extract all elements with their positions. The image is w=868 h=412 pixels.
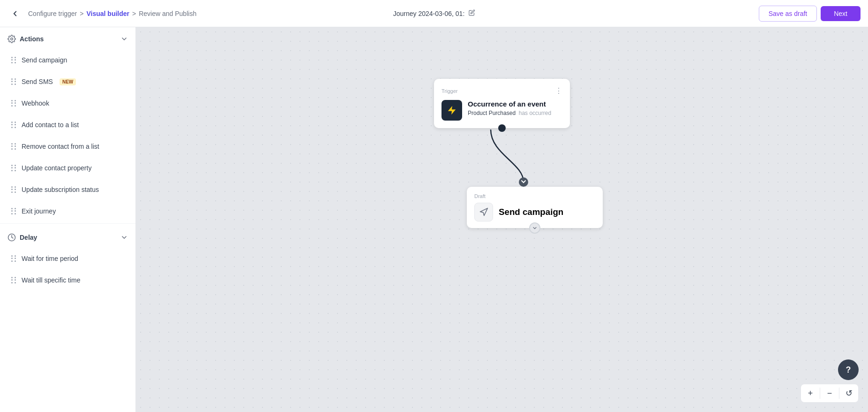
canvas-controls: ? + − ↺	[801, 359, 859, 403]
trigger-title: Occurrence of an event	[468, 100, 551, 108]
sidebar-item-exit-journey[interactable]: Exit journey	[4, 201, 132, 221]
clock-icon	[7, 233, 16, 242]
drag-handle	[11, 165, 17, 171]
trigger-icon-box	[441, 100, 462, 121]
drag-handle	[11, 255, 17, 262]
actions-collapse-icon	[120, 35, 128, 43]
save-draft-button[interactable]: Save as draft	[759, 6, 817, 22]
connector-path	[491, 130, 524, 182]
drag-handle	[11, 186, 17, 193]
edit-title-icon[interactable]	[468, 9, 475, 17]
webhook-label: Webhook	[22, 99, 49, 107]
drag-handle	[11, 208, 17, 214]
send-campaign-label: Send campaign	[22, 56, 67, 64]
zoom-controls: + − ↺	[801, 384, 859, 403]
svg-marker-2	[448, 106, 456, 114]
main-layout: Actions Send campaign Send SMS NEW	[0, 27, 868, 412]
action-bottom-chevron[interactable]	[529, 222, 540, 234]
megaphone-icon	[479, 207, 488, 217]
sidebar-item-webhook[interactable]: Webhook	[4, 93, 132, 114]
sidebar-item-send-sms[interactable]: Send SMS NEW	[4, 71, 132, 92]
send-sms-label: Send SMS	[22, 78, 53, 85]
sidebar-item-update-property[interactable]: Update contact property	[4, 158, 132, 178]
actions-section-title: Actions	[20, 35, 44, 43]
drag-handle	[11, 277, 17, 283]
breadcrumb-separator-1: >	[80, 10, 83, 17]
drag-handle	[11, 143, 17, 150]
action-icon-box	[474, 203, 493, 221]
breadcrumb: Configure trigger > Visual builder > Rev…	[28, 10, 196, 17]
actions-section-header[interactable]: Actions	[0, 27, 135, 49]
drag-handle	[11, 57, 17, 63]
sidebar-item-wait-time-period[interactable]: Wait for time period	[4, 248, 132, 269]
lightning-icon	[447, 105, 457, 115]
sidebar-item-add-contact[interactable]: Add contact to a list	[4, 114, 132, 135]
wait-specific-time-label: Wait till specific time	[22, 276, 81, 284]
back-button[interactable]	[7, 6, 22, 21]
zoom-reset-button[interactable]: ↺	[839, 384, 858, 402]
update-subscription-label: Update subscription status	[22, 186, 99, 193]
drag-handle	[11, 122, 17, 128]
exit-journey-label: Exit journey	[22, 207, 56, 215]
sidebar-item-wait-specific-time[interactable]: Wait till specific time	[4, 270, 132, 290]
action-node-label: Draft	[474, 193, 595, 199]
zoom-out-button[interactable]: −	[820, 384, 839, 402]
drag-handle	[11, 100, 17, 107]
delay-section-title: Delay	[20, 234, 37, 241]
svg-point-0	[11, 38, 13, 40]
journey-title: Journey 2024-03-06, 01:	[393, 9, 475, 17]
sidebar-item-remove-contact[interactable]: Remove contact from a list	[4, 136, 132, 157]
add-contact-label: Add contact to a list	[22, 121, 79, 129]
topbar: Configure trigger > Visual builder > Rev…	[0, 0, 868, 27]
breadcrumb-visual-builder[interactable]: Visual builder	[86, 10, 129, 17]
sidebar-item-send-campaign[interactable]: Send campaign	[4, 50, 132, 70]
wait-time-period-label: Wait for time period	[22, 255, 78, 262]
new-badge: NEW	[60, 78, 76, 85]
trigger-description: Product Purchased has occurred	[468, 110, 551, 116]
trigger-menu-icon[interactable]: ⋮	[555, 86, 562, 95]
action-title: Send campaign	[499, 207, 563, 217]
breadcrumb-separator-2: >	[132, 10, 136, 17]
zoom-in-button[interactable]: +	[801, 384, 820, 402]
trigger-bottom-connector	[498, 124, 506, 132]
remove-contact-label: Remove contact from a list	[22, 143, 99, 150]
connector-end-circle	[519, 177, 528, 187]
topbar-actions: Save as draft Next	[759, 6, 861, 22]
connector-arrow	[522, 181, 525, 183]
next-button[interactable]: Next	[821, 6, 861, 21]
action-node[interactable]: Draft Send campaign	[467, 187, 603, 228]
sidebar-item-update-subscription[interactable]: Update subscription status	[4, 179, 132, 200]
delay-collapse-icon	[120, 234, 128, 241]
help-button[interactable]: ?	[838, 359, 859, 380]
delay-section-header[interactable]: Delay	[0, 226, 135, 247]
sidebar: Actions Send campaign Send SMS NEW	[0, 27, 136, 412]
sidebar-divider	[0, 223, 135, 224]
breadcrumb-review-publish[interactable]: Review and Publish	[139, 10, 196, 17]
trigger-label: Trigger	[441, 88, 457, 94]
update-property-label: Update contact property	[22, 164, 91, 172]
gear-icon	[7, 35, 16, 43]
canvas: Trigger ⋮ Occurrence of an event Product…	[136, 27, 868, 412]
drag-handle	[11, 78, 17, 85]
breadcrumb-configure-trigger[interactable]: Configure trigger	[28, 10, 77, 17]
trigger-node: Trigger ⋮ Occurrence of an event Product…	[434, 79, 570, 128]
